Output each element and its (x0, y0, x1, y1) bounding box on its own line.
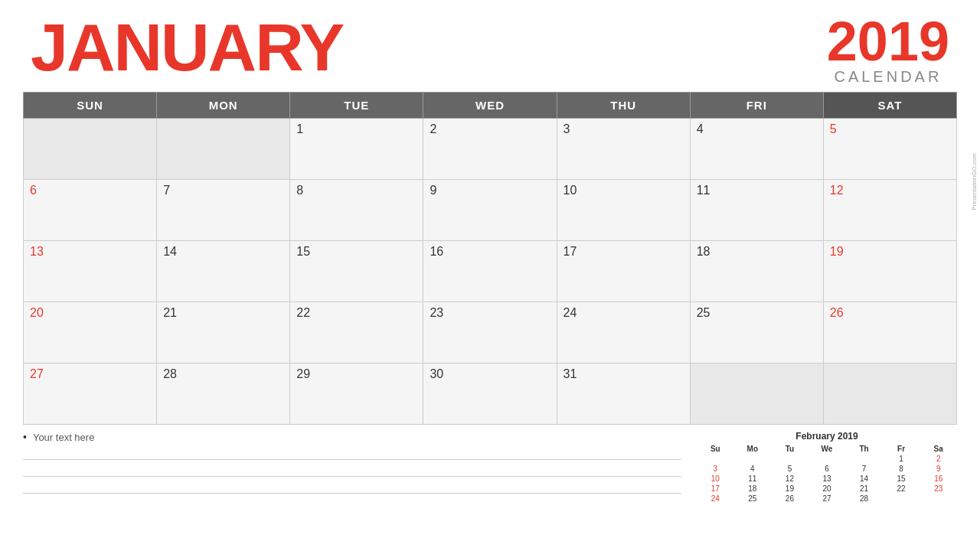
calendar-day: 18 (690, 241, 823, 302)
day-number: 3 (564, 122, 570, 135)
calendar-week-4: 20212223242526 (24, 302, 957, 364)
bullet-icon: • (23, 431, 27, 443)
mini-day: 7 (845, 464, 883, 474)
mini-cal-title: February 2019 (697, 431, 957, 442)
calendar-day: 24 (557, 302, 690, 364)
mini-day: 18 (734, 484, 772, 494)
mini-day: 26 (771, 494, 808, 504)
mini-day: 13 (808, 474, 846, 484)
calendar-day: 12 (823, 180, 956, 241)
day-number: 2 (430, 122, 436, 135)
year-block: 2019 CALENDAR (827, 14, 949, 84)
notes-line-2 (23, 463, 681, 477)
calendar-header-row: SUN MON TUE WED THU FRI SAT (24, 93, 957, 119)
mini-day: 3 (697, 464, 734, 474)
day-number: 31 (564, 367, 577, 380)
mini-col-header: Fr (883, 444, 920, 454)
day-number: 5 (830, 122, 837, 135)
mini-day (734, 454, 772, 464)
notes-line-3 (23, 480, 681, 494)
calendar-day: 20 (24, 302, 157, 364)
day-number: 15 (296, 245, 310, 258)
mini-day: 6 (808, 464, 846, 474)
mini-day: 19 (771, 484, 808, 494)
day-number: 30 (430, 367, 443, 380)
calendar-day: 4 (690, 119, 823, 180)
calendar-day: 13 (24, 241, 157, 302)
calendar-day: 9 (423, 180, 557, 241)
calendar-day (24, 119, 157, 180)
col-mon: MON (157, 93, 290, 119)
footer: • Your text here February 2019 SuMoTuWeT… (0, 425, 980, 504)
mini-day: 8 (883, 464, 920, 474)
mini-col-header: Th (845, 444, 883, 454)
notes-item: • Your text here (23, 431, 681, 443)
day-number: 11 (697, 184, 710, 197)
calendar-day: 16 (423, 241, 557, 302)
day-number: 26 (830, 306, 844, 319)
mini-week-row: 10111213141516 (697, 474, 957, 484)
calendar-day: 6 (24, 180, 157, 241)
mini-day: 2 (920, 454, 957, 464)
day-number: 24 (564, 306, 577, 319)
mini-day: 12 (771, 474, 808, 484)
calendar-day: 2 (423, 119, 557, 180)
mini-day: 21 (845, 484, 883, 494)
mini-day: 22 (883, 484, 920, 494)
calendar-table: SUN MON TUE WED THU FRI SAT 123456789101… (23, 92, 957, 425)
day-number: 14 (163, 245, 177, 258)
col-sat: SAT (823, 93, 956, 119)
calendar-day: 28 (157, 364, 290, 425)
col-fri: FRI (690, 93, 823, 119)
calendar-day: 8 (290, 180, 423, 241)
calendar-day: 14 (157, 241, 290, 302)
calendar-day (157, 119, 290, 180)
day-number: 17 (564, 245, 577, 258)
day-number: 23 (430, 306, 443, 319)
mini-col-header: Tu (771, 444, 808, 454)
day-number: 28 (163, 367, 177, 380)
notes-section: • Your text here (23, 431, 681, 497)
day-number: 1 (296, 122, 303, 135)
calendar-day: 19 (823, 241, 956, 302)
calendar-day: 21 (157, 302, 290, 364)
mini-day (845, 454, 883, 464)
notes-placeholder: Your text here (33, 432, 94, 443)
calendar-week-3: 13141516171819 (24, 241, 957, 302)
mini-week-row: 2425262728 (697, 494, 957, 504)
day-number: 4 (697, 122, 704, 135)
page-header: JANUARY 2019 CALENDAR (0, 0, 980, 92)
mini-day: 24 (697, 494, 734, 504)
mini-day: 17 (697, 484, 734, 494)
calendar-day: 31 (557, 364, 690, 425)
col-thu: THU (557, 93, 690, 119)
mini-day: 1 (883, 454, 920, 464)
calendar-day: 25 (690, 302, 823, 364)
year-number: 2019 (827, 14, 949, 69)
calendar-day: 17 (557, 241, 690, 302)
calendar-wrapper: SUN MON TUE WED THU FRI SAT 123456789101… (0, 92, 980, 425)
mini-day: 4 (734, 464, 772, 474)
day-number: 13 (30, 245, 44, 258)
mini-day (883, 494, 920, 504)
calendar-day: 29 (290, 364, 423, 425)
mini-cal-header-row: SuMoTuWeThFrSa (697, 444, 957, 454)
day-number: 10 (564, 184, 577, 197)
mini-week-row: 17181920212223 (697, 484, 957, 494)
calendar-day (690, 364, 823, 425)
day-number: 7 (163, 184, 170, 197)
mini-day: 14 (845, 474, 883, 484)
watermark: PresentationGO.com (971, 153, 978, 210)
calendar-day: 22 (290, 302, 423, 364)
calendar-week-1: 12345 (24, 119, 957, 180)
mini-day (920, 494, 957, 504)
calendar-day: 15 (290, 241, 423, 302)
mini-day: 20 (808, 484, 846, 494)
day-number: 18 (697, 245, 710, 258)
mini-day: 28 (845, 494, 883, 504)
calendar-week-5: 2728293031 (24, 364, 957, 425)
day-number: 21 (163, 306, 177, 319)
day-number: 25 (697, 306, 710, 319)
mini-col-header: Mo (734, 444, 772, 454)
day-number: 6 (30, 184, 37, 197)
